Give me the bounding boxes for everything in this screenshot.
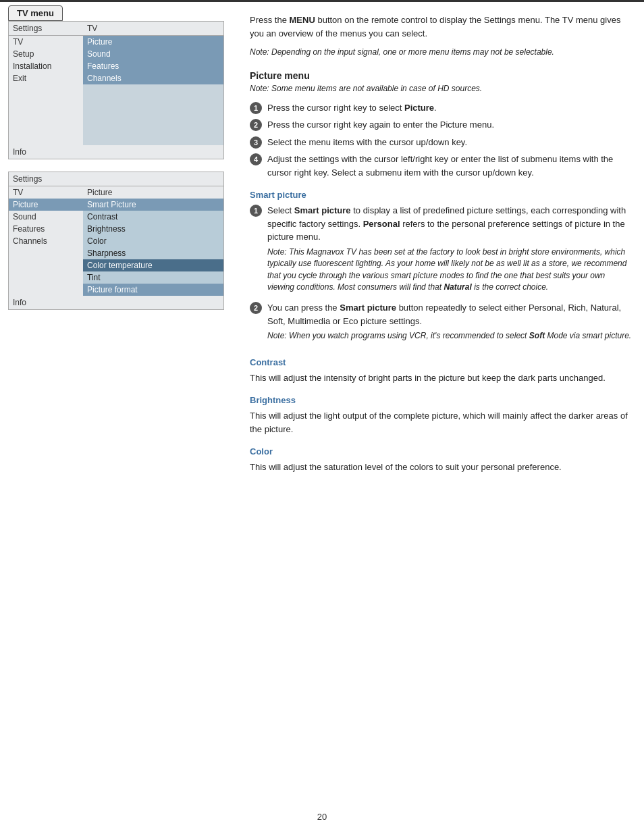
menu1-right-4[interactable]: Channels [83,72,223,84]
page-number: 20 [317,812,327,822]
menu1-header-right: TV [87,24,97,33]
smart-step-1-note: Note: This Magnavox TV has been set at t… [267,246,632,294]
menu2-row-6: Sharpness [9,247,223,259]
picture-menu-note: Note: Some menu items are not available … [250,84,632,93]
menu1-left-6 [9,97,83,109]
menu1-right-8 [83,121,223,133]
menu2-header-left: Settings [13,174,87,184]
menu1-header-left: Settings [13,24,87,33]
menu2-right-9[interactable]: Picture format [83,284,223,296]
menu1-left-8 [9,121,83,133]
menu2-right-3[interactable]: Contrast [83,211,223,223]
smart-step-2-text: You can press the Smart picture button r… [267,301,632,328]
menu-box-1-header: Settings TV [9,22,223,36]
menu2-right-8[interactable]: Tint [83,271,223,284]
step-circle-1: 1 [250,102,262,114]
picture-menu-steps: 1 Press the cursor right key to select P… [250,101,632,180]
smart-step-1-text: Select Smart picture to display a list o… [267,204,632,244]
menu2-left-9 [9,284,83,296]
menu1-left-9 [9,133,83,145]
brightness-text: This will adjust the light output of the… [250,409,632,436]
picture-menu-title: Picture menu [250,70,632,81]
picture-step-1: 1 Press the cursor right key to select P… [250,101,632,115]
color-title: Color [250,446,632,457]
menu1-right-3[interactable]: Features [83,60,223,72]
menu2-left-2: Picture [9,199,83,211]
step-circle-3: 3 [250,136,262,149]
menu2-left-4: Features [9,223,83,235]
step-circle-4: 4 [250,153,262,165]
menu1-right-6 [83,97,223,109]
contrast-text: This will adjust the intensity of bright… [250,371,632,385]
smart-picture-steps: 1 Select Smart picture to display a list… [250,204,632,346]
smart-step-1: 1 Select Smart picture to display a list… [250,204,632,297]
menu1-left-7 [9,109,83,121]
menu2-row-7: Color temperature [9,259,223,271]
step-circle-2: 2 [250,119,262,131]
menu1-row-4: Exit Channels [9,72,223,84]
smart-step-2: 2 You can press the Smart picture button… [250,301,632,346]
menu1-left-5 [9,84,83,97]
menu1-row-5 [9,84,223,97]
intro-text: Press the MENU button on the remote cont… [250,14,632,40]
menu2-left-7 [9,259,83,271]
menu2-right-2[interactable]: Smart Picture [83,199,223,211]
intro-note: Note: Depending on the input signal, one… [250,47,632,58]
picture-step-1-text: Press the cursor right key to select Pic… [267,101,437,115]
menu1-info: Info [9,145,223,159]
menu2-row-4: Features Brightness [9,223,223,235]
color-text: This will adjust the saturation level of… [250,461,632,474]
menu2-row-1: TV Picture [9,186,223,199]
menu-box-2: Settings TV Picture Picture Smart Pictur… [8,172,224,310]
menu2-right-6[interactable]: Sharpness [83,247,223,259]
menu1-right-2[interactable]: Sound [83,48,223,60]
menu1-left-3: Installation [9,60,83,72]
menu1-row-3: Installation Features [9,60,223,72]
picture-step-2-text: Press the cursor right key again to ente… [267,118,494,132]
smart-picture-title: Smart picture [250,190,632,200]
smart-circle-2: 2 [250,302,262,314]
menu1-right-9 [83,133,223,145]
menu1-row-9 [9,133,223,145]
contrast-title: Contrast [250,357,632,367]
menu2-info: Info [9,296,223,309]
menu2-left-3: Sound [9,211,83,223]
smart-step-2-note: Note: When you watch programs using VCR,… [267,330,631,342]
menu2-left-1: TV [9,186,83,199]
menu-box-2-header: Settings [9,172,223,186]
menu2-left-8 [9,271,83,284]
menu2-left-5: Channels [9,235,83,247]
menu2-left-6 [9,247,83,259]
right-panel: Press the MENU button on the remote cont… [250,14,632,477]
menu1-row-8 [9,121,223,133]
menu1-row-7 [9,109,223,121]
picture-step-3-text: Select the menu items with the cursor up… [267,136,467,149]
picture-step-4: 4 Adjust the settings with the cursor le… [250,153,632,179]
menu2-right-4[interactable]: Brightness [83,223,223,235]
picture-step-3: 3 Select the menu items with the cursor … [250,136,632,149]
top-border [0,0,644,2]
smart-circle-1: 1 [250,205,262,217]
picture-step-4-text: Adjust the settings with the cursor left… [267,153,632,179]
menu1-row-2: Setup Sound [9,48,223,60]
menu2-row-8: Tint [9,271,223,284]
menu1-left-2: Setup [9,48,83,60]
brightness-title: Brightness [250,395,632,405]
menu2-right-1[interactable]: Picture [83,186,223,199]
menu2-row-9: Picture format [9,284,223,296]
tv-menu-label: TV menu [8,5,63,21]
menu1-right-7 [83,109,223,121]
menu1-row-6 [9,97,223,109]
left-panel: TV menu Settings TV TV Picture Setup Sou… [8,5,238,322]
menu1-left-4: Exit [9,72,83,84]
menu2-row-2: Picture Smart Picture [9,199,223,211]
menu-box-1: Settings TV TV Picture Setup Sound Insta… [8,21,224,159]
menu2-right-5[interactable]: Color [83,235,223,247]
menu2-row-3: Sound Contrast [9,211,223,223]
menu1-right-5 [83,84,223,97]
menu2-right-7[interactable]: Color temperature [83,259,223,271]
picture-step-2: 2 Press the cursor right key again to en… [250,118,632,132]
menu1-row-1: TV Picture [9,36,223,48]
menu1-right-1[interactable]: Picture [83,36,223,48]
menu1-left-1: TV [9,36,83,48]
